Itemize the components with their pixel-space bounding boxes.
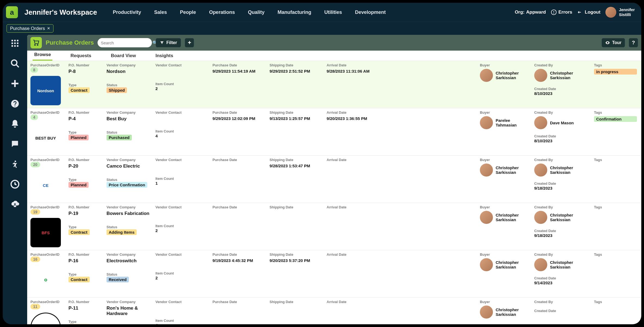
- tab-browse[interactable]: Browse: [33, 50, 52, 61]
- filter-button[interactable]: Filter: [156, 38, 181, 47]
- type-chip: Standard: [68, 324, 90, 324]
- nav-link-quality[interactable]: Quality: [248, 10, 264, 15]
- created-date: 8/10/2023: [534, 91, 552, 96]
- item-count: 2: [155, 228, 158, 233]
- nav-link-manufacturing[interactable]: Manufacturing: [277, 10, 311, 15]
- buyer-person: Christopher Sarkissian: [480, 69, 531, 82]
- clock-icon[interactable]: [10, 180, 20, 189]
- avatar-icon: [534, 116, 547, 129]
- app-logo-icon[interactable]: a: [6, 6, 18, 18]
- col-label: PurchaseOrderID 11: [30, 300, 65, 309]
- buyer-person: Christopher Sarkissian: [480, 211, 531, 224]
- svg-line-13: [16, 64, 19, 67]
- created-by-person: Christopher Sarkissian: [534, 211, 591, 224]
- user-menu[interactable]: Jennifer Sistilli: [605, 7, 635, 18]
- add-button[interactable]: +: [185, 38, 194, 47]
- nav-link-productivity[interactable]: Productivity: [113, 10, 141, 15]
- col-label: PurchaseOrderID 19: [30, 205, 65, 215]
- arrival-date: 9/20/2023 1:36:55 PM: [327, 116, 380, 121]
- top-nav: a Jennifer's Workspace ProductivitySales…: [3, 3, 641, 22]
- avatar-icon: [480, 164, 493, 177]
- order-row[interactable]: PurchaseOrderID 16 ⊖ P.O. Number P-16 Ty…: [27, 250, 641, 298]
- user-name-label: Jennifer Sistilli: [619, 7, 635, 17]
- vendor-logo: Nordson: [30, 76, 61, 105]
- search-input[interactable]: [101, 41, 152, 45]
- order-row[interactable]: PurchaseOrderID 20 CE P.O. Number P-20 T…: [27, 156, 641, 203]
- buyer-person: Christopher Sarkissian: [480, 164, 531, 177]
- col-label: PurchaseOrderID 4: [30, 110, 65, 120]
- col-label: PurchaseOrderID 20: [30, 158, 65, 167]
- vendor-company: Nordson: [107, 69, 152, 74]
- po-id-pill: 19: [30, 209, 40, 215]
- tab-insights[interactable]: Insights: [154, 51, 175, 61]
- nav-link-development[interactable]: Development: [355, 10, 386, 15]
- vendor-company: Electroswitch: [107, 258, 152, 264]
- svg-rect-6: [11, 42, 13, 44]
- nav-link-sales[interactable]: Sales: [154, 10, 167, 15]
- workspace-title: Jennifer's Workspace: [24, 8, 97, 17]
- apps-grid-icon[interactable]: [10, 39, 20, 48]
- col-label: PurchaseOrderID 16: [30, 252, 65, 262]
- help-button[interactable]: ?: [629, 38, 638, 47]
- svg-rect-5: [17, 40, 18, 41]
- order-row[interactable]: PurchaseOrderID 4 BEST BUY P.O. Number P…: [27, 108, 641, 156]
- po-id-pill: 16: [30, 257, 40, 262]
- avatar-icon: [480, 306, 493, 319]
- search-input-wrap[interactable]: 🔍: [98, 38, 152, 47]
- cart-icon: [30, 37, 42, 48]
- close-icon[interactable]: ×: [47, 26, 50, 31]
- nav-link-utilities[interactable]: Utilities: [324, 10, 342, 15]
- cloud-upload-icon[interactable]: [10, 200, 20, 209]
- vendor-logo: BEST BUY: [30, 123, 61, 153]
- help-icon[interactable]: [10, 99, 20, 108]
- po-id-pill: 11: [30, 304, 40, 309]
- chat-icon[interactable]: [10, 139, 20, 149]
- errors-button[interactable]: Errors: [551, 9, 572, 15]
- avatar-icon: [534, 69, 547, 82]
- vendor-logo: ✕: [30, 313, 61, 324]
- tour-button[interactable]: Tour: [602, 38, 625, 47]
- created-by-person: Christopher Sarkissian: [534, 164, 591, 177]
- run-icon[interactable]: [10, 159, 20, 169]
- nav-link-people[interactable]: People: [180, 10, 196, 15]
- vendor-company: Ron's Home & Hardware: [107, 306, 152, 316]
- created-date: 9/14/2023: [534, 280, 552, 285]
- order-list[interactable]: PurchaseOrderID 8 Nordson P.O. Number P-…: [27, 61, 641, 324]
- svg-rect-3: [11, 40, 13, 41]
- nav-link-operations[interactable]: Operations: [209, 10, 235, 15]
- purchase-date: 9/19/2023 4:45:32 PM: [212, 258, 266, 263]
- status-chip: Adding Items: [107, 229, 137, 235]
- svg-rect-4: [14, 40, 16, 41]
- tab-requests[interactable]: Requests: [69, 51, 93, 61]
- tab-chip-purchase-orders[interactable]: Purchase Orders ×: [7, 24, 54, 33]
- vendor-logo: BFS: [30, 218, 61, 247]
- item-count: 1: [155, 181, 158, 186]
- vendor-company: Bowers Fabrication: [107, 211, 152, 216]
- avatar-icon: [480, 258, 493, 271]
- order-row[interactable]: PurchaseOrderID 19 BFS P.O. Number P-19 …: [27, 203, 641, 250]
- bell-icon[interactable]: [10, 119, 20, 128]
- add-icon[interactable]: [10, 79, 20, 88]
- buyer-person: Parelee Tahmasian: [480, 116, 531, 129]
- svg-rect-10: [14, 45, 16, 47]
- shipping-date: 9/20/2023 5:37:20 PM: [270, 258, 323, 263]
- svg-rect-9: [11, 45, 13, 47]
- avatar-icon: [534, 258, 547, 271]
- created-date: 8/10/2023: [534, 138, 552, 143]
- svg-rect-7: [14, 42, 16, 44]
- logout-button[interactable]: Logout: [577, 9, 601, 15]
- order-row[interactable]: PurchaseOrderID 11 ✕ P.O. Number P-11 Ty…: [27, 298, 641, 324]
- tab-board-view[interactable]: Board View: [109, 51, 137, 61]
- tag-chip: in progress: [594, 69, 637, 75]
- order-row[interactable]: PurchaseOrderID 8 Nordson P.O. Number P-…: [27, 61, 641, 108]
- buyer-person: Christopher Sarkissian: [480, 258, 531, 271]
- search-icon[interactable]: [10, 59, 20, 68]
- shipping-date: 9/28/2023 1:53:47 PM: [270, 164, 323, 168]
- view-tabs: BrowseRequestsBoard ViewInsights: [27, 51, 641, 61]
- svg-point-2: [554, 13, 554, 14]
- module-header-bar: Purchase Orders 🔍 Filter + Tour ?: [27, 35, 641, 51]
- purchase-date: 9/29/2023 11:54:19 AM: [212, 69, 266, 73]
- vendor-logo: ⊖: [30, 265, 61, 295]
- user-avatar-icon: [605, 7, 616, 18]
- type-chip: Contract: [68, 87, 90, 93]
